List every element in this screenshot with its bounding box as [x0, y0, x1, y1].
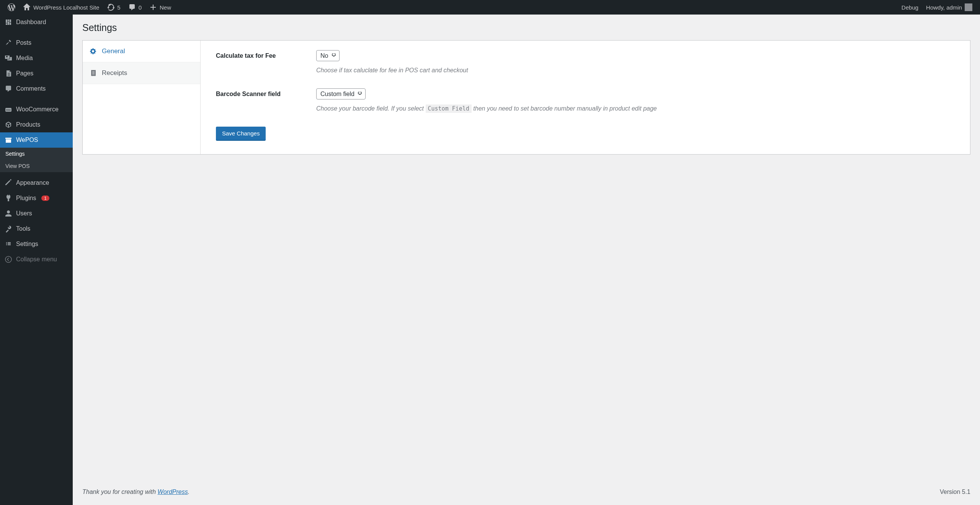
settings-panel: General Receipts Calculate tax for Fee N…	[82, 40, 970, 155]
sidebar-item-label: Comments	[16, 85, 46, 92]
receipt-icon	[90, 69, 97, 77]
avatar	[965, 3, 972, 11]
debug-menu[interactable]: Debug	[898, 0, 922, 15]
sidebar-item-settings[interactable]: Settings	[0, 236, 73, 252]
howdy-label: Howdy, admin	[926, 4, 962, 11]
sidebar-item-dashboard[interactable]: Dashboard	[0, 15, 73, 30]
tab-label: Receipts	[102, 69, 127, 77]
dashboard-icon	[5, 18, 12, 26]
appearance-icon	[5, 179, 12, 187]
sidebar-item-label: Tools	[16, 225, 30, 232]
sidebar-submenu-wepos: Settings View POS	[0, 148, 73, 172]
new-content-menu[interactable]: New	[145, 0, 175, 15]
home-icon	[23, 3, 31, 11]
sidebar-item-label: Pages	[16, 70, 33, 77]
main-content: Settings General Receipts Calculate tax …	[73, 15, 980, 505]
tax-fee-select[interactable]: No	[316, 50, 340, 61]
field-label: Barcode Scanner field	[216, 88, 316, 98]
page-title: Settings	[82, 15, 970, 40]
inline-code: Custom Field	[426, 104, 472, 113]
sidebar-item-label: WooCommerce	[16, 106, 59, 113]
sidebar-item-pages[interactable]: Pages	[0, 66, 73, 81]
tab-label: General	[102, 47, 125, 55]
sidebar-item-tools[interactable]: Tools	[0, 221, 73, 236]
svg-point-2	[5, 256, 11, 262]
site-name-label: WordPress Localhost Site	[33, 4, 99, 11]
my-account-menu[interactable]: Howdy, admin	[922, 0, 976, 15]
wordpress-link[interactable]: WordPress	[158, 489, 188, 495]
tab-receipts[interactable]: Receipts	[83, 62, 200, 84]
media-icon	[5, 54, 12, 62]
comments-count-label: 0	[139, 4, 142, 11]
products-icon	[5, 121, 12, 129]
field-help: Choose your barcode field. If you select…	[316, 104, 955, 113]
sidebar-item-wepos[interactable]: WePOS	[0, 132, 73, 148]
new-label: New	[160, 4, 171, 11]
sidebar-item-plugins[interactable]: Plugins 1	[0, 191, 73, 206]
comment-icon	[128, 3, 136, 11]
field-help: Choose if tax caluclate for fee in POS c…	[316, 66, 955, 75]
users-icon	[5, 210, 12, 217]
footer-version: Version 5.1	[940, 489, 970, 495]
wordpress-icon	[8, 3, 15, 11]
sidebar-item-posts[interactable]: Posts	[0, 35, 73, 50]
sidebar-subitem-viewpos[interactable]: View POS	[0, 160, 73, 172]
sidebar-item-users[interactable]: Users	[0, 206, 73, 221]
sidebar-collapse[interactable]: Collapse menu	[0, 252, 73, 267]
sidebar-item-label: Settings	[16, 241, 38, 248]
settings-form: Calculate tax for Fee No Choose if tax c…	[201, 41, 970, 154]
updates-count-label: 5	[117, 4, 120, 11]
sidebar-item-label: Dashboard	[16, 19, 46, 26]
sidebar-item-label: WePOS	[16, 137, 38, 143]
sidebar-item-products[interactable]: Products	[0, 117, 73, 132]
field-label: Calculate tax for Fee	[216, 50, 316, 59]
updates-menu[interactable]: 5	[103, 0, 124, 15]
update-icon	[107, 3, 114, 11]
admin-footer: Thank you for creating with WordPress. V…	[82, 477, 970, 495]
plugins-update-badge: 1	[41, 195, 49, 201]
plugins-icon	[5, 194, 12, 202]
sidebar-item-label: Posts	[16, 39, 31, 46]
wp-logo-menu[interactable]	[4, 0, 19, 15]
tools-icon	[5, 225, 12, 233]
debug-label: Debug	[902, 4, 918, 11]
collapse-icon	[5, 256, 12, 263]
sidebar-subitem-settings[interactable]: Settings	[0, 148, 73, 160]
collapse-label: Collapse menu	[16, 256, 57, 263]
plus-icon	[149, 3, 157, 11]
sidebar-item-woocommerce[interactable]: woo WooCommerce	[0, 102, 73, 117]
field-tax-fee: Calculate tax for Fee No Choose if tax c…	[216, 50, 955, 75]
pin-icon	[5, 39, 12, 47]
sidebar-item-label: Media	[16, 55, 33, 62]
sidebar-item-comments[interactable]: Comments	[0, 81, 73, 96]
comments-menu[interactable]: 0	[124, 0, 145, 15]
wepos-icon	[5, 136, 12, 144]
sidebar-item-media[interactable]: Media	[0, 50, 73, 66]
save-button[interactable]: Save Changes	[216, 127, 266, 141]
settings-tabs: General Receipts	[83, 41, 201, 154]
woo-icon: woo	[5, 106, 12, 113]
barcode-select[interactable]: Custom field	[316, 88, 366, 99]
tab-general[interactable]: General	[83, 41, 200, 62]
footer-thankyou: Thank you for creating with WordPress.	[82, 489, 189, 495]
gear-icon	[90, 47, 97, 55]
svg-text:woo: woo	[6, 109, 11, 111]
site-name-menu[interactable]: WordPress Localhost Site	[19, 0, 103, 15]
sidebar-item-label: Appearance	[16, 179, 49, 186]
settings-icon	[5, 240, 12, 248]
admin-sidebar: Dashboard Posts Media Pages Comments woo…	[0, 15, 73, 505]
pages-icon	[5, 70, 12, 77]
comment-icon	[5, 85, 12, 93]
sidebar-item-label: Products	[16, 121, 40, 128]
admin-bar: WordPress Localhost Site 5 0 New Debug H…	[0, 0, 980, 15]
sidebar-item-appearance[interactable]: Appearance	[0, 175, 73, 191]
field-barcode: Barcode Scanner field Custom field Choos…	[216, 88, 955, 113]
sidebar-item-label: Users	[16, 210, 32, 217]
sidebar-item-label: Plugins	[16, 195, 36, 202]
